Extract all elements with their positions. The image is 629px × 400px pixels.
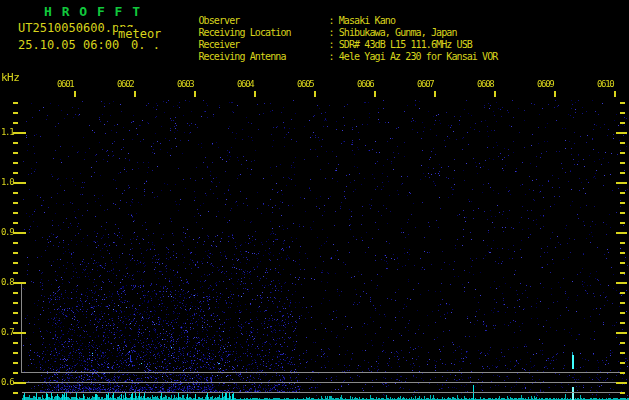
freq-tick-left [13, 392, 18, 394]
freq-tick-left [13, 382, 26, 384]
time-label: 0606 [357, 79, 373, 89]
freq-tick-left [13, 112, 18, 114]
freq-tick-right [620, 142, 625, 144]
hrofft-screen: H R O F F T UT2510050600.png meteor 25.1… [0, 0, 629, 400]
level-panel-line-middle [22, 382, 621, 383]
freq-tick-left [13, 122, 18, 124]
freq-tick-right [616, 182, 627, 184]
freq-tick-right [620, 152, 625, 154]
freq-tick-right [616, 332, 627, 334]
freq-tick-left [13, 352, 18, 354]
freq-tick-left [13, 282, 26, 284]
freq-tick-right [616, 282, 627, 284]
freq-tick-left [13, 332, 26, 334]
freq-tick-left [13, 342, 18, 344]
time-tick [194, 91, 196, 97]
freq-tick-right [620, 202, 625, 204]
freq-tick-left [13, 262, 18, 264]
level-panel-line-upper [22, 372, 621, 373]
freq-tick-right [616, 382, 627, 384]
freq-tick-left [13, 142, 18, 144]
freq-tick-right [620, 302, 625, 304]
freq-tick-right [620, 272, 625, 274]
time-label: 0601 [57, 79, 73, 89]
freq-tick-left [13, 132, 26, 134]
time-label: 0603 [177, 79, 193, 89]
time-label: 0604 [237, 79, 253, 89]
freq-tick-right [620, 292, 625, 294]
time-label: 0605 [297, 79, 313, 89]
time-tick [134, 91, 136, 97]
time-tick [374, 91, 376, 97]
time-label: 0610 [597, 79, 613, 89]
freq-tick-left [13, 312, 18, 314]
freq-tick-right [616, 132, 627, 134]
freq-tick-left [13, 322, 18, 324]
freq-tick-left [13, 102, 18, 104]
freq-tick-right [620, 122, 625, 124]
freq-tick-left [13, 292, 18, 294]
y-axis-unit-label: kHz [1, 71, 19, 84]
time-label: 0608 [477, 79, 493, 89]
time-label: 0602 [117, 79, 133, 89]
time-tick [554, 91, 556, 97]
freq-tick-left [13, 192, 18, 194]
freq-tick-right [620, 112, 625, 114]
freq-tick-right [620, 342, 625, 344]
freq-tick-right [620, 352, 625, 354]
spectrogram-canvas [0, 0, 629, 400]
freq-tick-left [13, 302, 18, 304]
time-label: 0607 [417, 79, 433, 89]
freq-tick-right [620, 212, 625, 214]
freq-tick-left [13, 242, 18, 244]
freq-tick-left [13, 232, 26, 234]
freq-tick-right [620, 362, 625, 364]
freq-tick-right [620, 392, 625, 394]
freq-tick-right [620, 262, 625, 264]
freq-tick-left [13, 372, 18, 374]
freq-tick-left [13, 202, 18, 204]
freq-tick-left [13, 212, 18, 214]
freq-tick-right [620, 312, 625, 314]
freq-tick-right [620, 322, 625, 324]
freq-tick-right [620, 242, 625, 244]
freq-tick-left [13, 182, 26, 184]
level-panel-line-lower [22, 392, 621, 393]
freq-tick-right [620, 102, 625, 104]
time-tick [254, 91, 256, 97]
freq-tick-right [620, 162, 625, 164]
freq-tick-right [620, 222, 625, 224]
time-tick [614, 91, 616, 97]
freq-tick-left [13, 172, 18, 174]
time-tick [494, 91, 496, 97]
freq-tick-right [620, 372, 625, 374]
freq-tick-left [13, 252, 18, 254]
time-tick [74, 91, 76, 97]
freq-tick-right [620, 192, 625, 194]
freq-tick-left [13, 222, 18, 224]
freq-tick-left [13, 152, 18, 154]
freq-tick-left [13, 272, 18, 274]
freq-tick-right [620, 172, 625, 174]
freq-tick-left [13, 162, 18, 164]
freq-tick-left [13, 362, 18, 364]
time-label: 0609 [537, 79, 553, 89]
freq-tick-right [616, 232, 627, 234]
time-tick [314, 91, 316, 97]
time-tick [434, 91, 436, 97]
freq-tick-right [620, 252, 625, 254]
